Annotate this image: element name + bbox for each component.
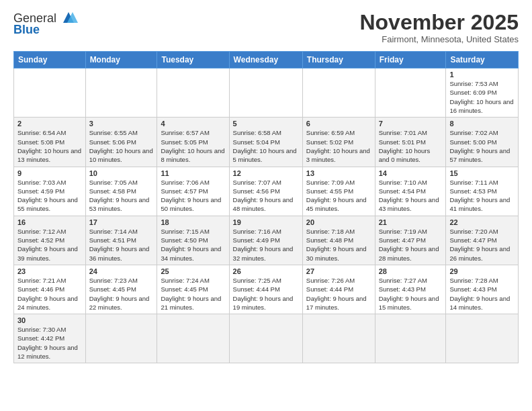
day-number: 21: [379, 218, 443, 226]
day-info: Sunrise: 7:21 AM Sunset: 4:46 PM Dayligh…: [17, 276, 82, 312]
location-subtitle: Fairmont, Minnesota, United States: [359, 34, 519, 44]
page: General Blue November 2025 Fairmont, Min…: [0, 0, 532, 411]
calendar-cell: 7Sunrise: 7:01 AM Sunset: 5:01 PM Daylig…: [375, 118, 446, 167]
day-number: 5: [233, 120, 299, 128]
header-sunday: Sunday: [14, 52, 86, 68]
calendar-header-row: Sunday Monday Tuesday Wednesday Thursday…: [14, 52, 519, 68]
day-number: 12: [233, 169, 299, 177]
calendar-cell: 11Sunrise: 7:06 AM Sunset: 4:57 PM Dayli…: [157, 167, 229, 216]
day-info: Sunrise: 7:53 AM Sunset: 6:09 PM Dayligh…: [449, 79, 515, 115]
day-number: 1: [449, 71, 515, 79]
day-info: Sunrise: 7:26 AM Sunset: 4:44 PM Dayligh…: [306, 276, 371, 312]
calendar-cell: [302, 68, 375, 118]
day-info: Sunrise: 6:55 AM Sunset: 5:06 PM Dayligh…: [89, 128, 154, 164]
day-number: 2: [17, 120, 82, 128]
day-info: Sunrise: 7:09 AM Sunset: 4:55 PM Dayligh…: [306, 178, 371, 214]
header-tuesday: Tuesday: [157, 52, 229, 68]
day-info: Sunrise: 7:06 AM Sunset: 4:57 PM Dayligh…: [161, 178, 225, 214]
calendar-cell: [302, 314, 375, 363]
calendar-cell: [157, 314, 229, 363]
day-info: Sunrise: 7:11 AM Sunset: 4:53 PM Dayligh…: [449, 178, 515, 214]
day-number: 7: [379, 120, 443, 128]
calendar-cell: [85, 68, 157, 118]
calendar-week-row: 23Sunrise: 7:21 AM Sunset: 4:46 PM Dayli…: [14, 265, 519, 314]
day-info: Sunrise: 7:20 AM Sunset: 4:47 PM Dayligh…: [449, 227, 515, 263]
calendar-cell: [446, 314, 519, 363]
day-number: 27: [306, 267, 371, 275]
calendar-cell: 16Sunrise: 7:12 AM Sunset: 4:52 PM Dayli…: [14, 216, 86, 265]
calendar-cell: 10Sunrise: 7:05 AM Sunset: 4:58 PM Dayli…: [85, 167, 157, 216]
calendar-cell: 17Sunrise: 7:14 AM Sunset: 4:51 PM Dayli…: [85, 216, 157, 265]
calendar-cell: 25Sunrise: 7:24 AM Sunset: 4:45 PM Dayli…: [157, 265, 229, 314]
calendar-cell: 15Sunrise: 7:11 AM Sunset: 4:53 PM Dayli…: [446, 167, 519, 216]
day-number: 24: [89, 267, 154, 275]
day-info: Sunrise: 7:12 AM Sunset: 4:52 PM Dayligh…: [17, 227, 82, 263]
day-number: 29: [449, 267, 515, 275]
day-number: 10: [89, 169, 154, 177]
day-number: 15: [449, 169, 515, 177]
header-friday: Friday: [375, 52, 446, 68]
calendar-cell: 27Sunrise: 7:26 AM Sunset: 4:44 PM Dayli…: [302, 265, 375, 314]
day-number: 13: [306, 169, 371, 177]
day-info: Sunrise: 7:23 AM Sunset: 4:45 PM Dayligh…: [89, 276, 154, 312]
day-info: Sunrise: 7:25 AM Sunset: 4:44 PM Dayligh…: [233, 276, 299, 312]
calendar-week-row: 9Sunrise: 7:03 AM Sunset: 4:59 PM Daylig…: [14, 167, 519, 216]
day-info: Sunrise: 7:19 AM Sunset: 4:47 PM Dayligh…: [379, 227, 443, 263]
calendar-week-row: 16Sunrise: 7:12 AM Sunset: 4:52 PM Dayli…: [14, 216, 519, 265]
day-info: Sunrise: 7:24 AM Sunset: 4:45 PM Dayligh…: [161, 276, 225, 312]
calendar-cell: [375, 314, 446, 363]
calendar-table: Sunday Monday Tuesday Wednesday Thursday…: [13, 51, 519, 363]
day-info: Sunrise: 7:03 AM Sunset: 4:59 PM Dayligh…: [17, 178, 82, 214]
calendar-cell: 23Sunrise: 7:21 AM Sunset: 4:46 PM Dayli…: [14, 265, 86, 314]
day-info: Sunrise: 6:59 AM Sunset: 5:02 PM Dayligh…: [306, 128, 371, 164]
day-info: Sunrise: 7:18 AM Sunset: 4:48 PM Dayligh…: [306, 227, 371, 263]
day-number: 3: [89, 120, 154, 128]
calendar-cell: 13Sunrise: 7:09 AM Sunset: 4:55 PM Dayli…: [302, 167, 375, 216]
calendar-cell: 29Sunrise: 7:28 AM Sunset: 4:43 PM Dayli…: [446, 265, 519, 314]
calendar-cell: [157, 68, 229, 118]
calendar-cell: 21Sunrise: 7:19 AM Sunset: 4:47 PM Dayli…: [375, 216, 446, 265]
calendar-cell: 6Sunrise: 6:59 AM Sunset: 5:02 PM Daylig…: [302, 118, 375, 167]
calendar-cell: 19Sunrise: 7:16 AM Sunset: 4:49 PM Dayli…: [229, 216, 302, 265]
day-number: 8: [449, 120, 515, 128]
day-number: 22: [449, 218, 515, 226]
calendar-cell: 5Sunrise: 6:58 AM Sunset: 5:04 PM Daylig…: [229, 118, 302, 167]
calendar-cell: 2Sunrise: 6:54 AM Sunset: 5:08 PM Daylig…: [14, 118, 86, 167]
header-thursday: Thursday: [302, 52, 375, 68]
day-info: Sunrise: 7:02 AM Sunset: 5:00 PM Dayligh…: [449, 128, 515, 164]
day-number: 16: [17, 218, 82, 226]
header: General Blue November 2025 Fairmont, Min…: [13, 11, 519, 44]
day-info: Sunrise: 6:54 AM Sunset: 5:08 PM Dayligh…: [17, 128, 82, 164]
calendar-cell: 9Sunrise: 7:03 AM Sunset: 4:59 PM Daylig…: [14, 167, 86, 216]
day-number: 4: [161, 120, 225, 128]
calendar-cell: 26Sunrise: 7:25 AM Sunset: 4:44 PM Dayli…: [229, 265, 302, 314]
day-number: 20: [306, 218, 371, 226]
day-number: 18: [161, 218, 225, 226]
logo: General Blue: [13, 11, 79, 37]
calendar-cell: 8Sunrise: 7:02 AM Sunset: 5:00 PM Daylig…: [446, 118, 519, 167]
day-info: Sunrise: 6:58 AM Sunset: 5:04 PM Dayligh…: [233, 128, 299, 164]
day-info: Sunrise: 7:01 AM Sunset: 5:01 PM Dayligh…: [379, 128, 443, 164]
month-title: November 2025: [359, 11, 519, 34]
calendar-cell: 18Sunrise: 7:15 AM Sunset: 4:50 PM Dayli…: [157, 216, 229, 265]
header-wednesday: Wednesday: [229, 52, 302, 68]
day-info: Sunrise: 7:30 AM Sunset: 4:42 PM Dayligh…: [17, 325, 82, 361]
day-info: Sunrise: 7:14 AM Sunset: 4:51 PM Dayligh…: [89, 227, 154, 263]
day-info: Sunrise: 7:10 AM Sunset: 4:54 PM Dayligh…: [379, 178, 443, 214]
logo-icon: [58, 11, 79, 26]
day-number: 23: [17, 267, 82, 275]
day-number: 11: [161, 169, 225, 177]
day-number: 25: [161, 267, 225, 275]
day-number: 9: [17, 169, 82, 177]
logo-blue-text: Blue: [13, 23, 40, 37]
day-info: Sunrise: 7:07 AM Sunset: 4:56 PM Dayligh…: [233, 178, 299, 214]
day-info: Sunrise: 7:16 AM Sunset: 4:49 PM Dayligh…: [233, 227, 299, 263]
day-info: Sunrise: 7:05 AM Sunset: 4:58 PM Dayligh…: [89, 178, 154, 214]
calendar-cell: 14Sunrise: 7:10 AM Sunset: 4:54 PM Dayli…: [375, 167, 446, 216]
title-block: November 2025 Fairmont, Minnesota, Unite…: [359, 11, 519, 44]
day-number: 30: [17, 316, 82, 324]
day-number: 17: [89, 218, 154, 226]
calendar-cell: 30Sunrise: 7:30 AM Sunset: 4:42 PM Dayli…: [14, 314, 86, 363]
day-info: Sunrise: 6:57 AM Sunset: 5:05 PM Dayligh…: [161, 128, 225, 164]
calendar-week-row: 1Sunrise: 7:53 AM Sunset: 6:09 PM Daylig…: [14, 68, 519, 118]
